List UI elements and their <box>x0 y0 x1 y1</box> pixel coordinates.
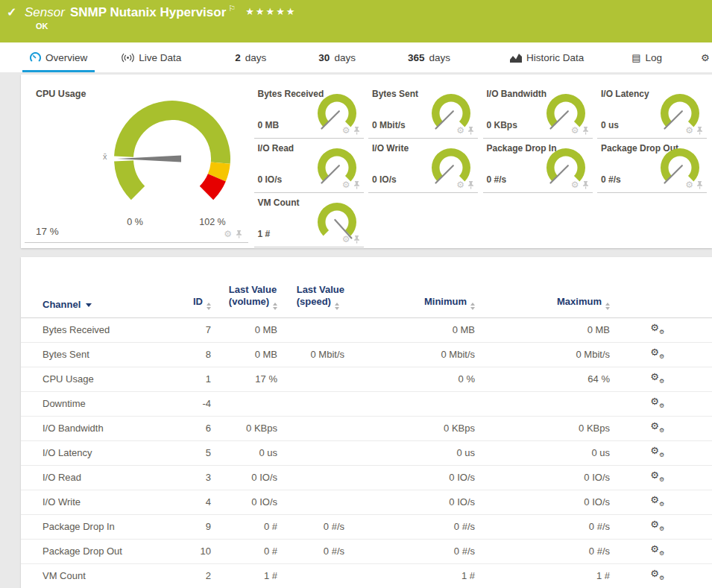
channel-name[interactable]: VM Count <box>21 570 169 581</box>
tab-log[interactable]: ▤ Log <box>623 42 671 72</box>
mini-gauge-tile-io-write[interactable]: I/O Write 0 IO/s ⚙ <box>368 138 478 193</box>
mini-gauge-tile-bytes-received[interactable]: Bytes Received 0 MB ⚙ <box>254 83 364 139</box>
channel-name[interactable]: Bytes Received <box>21 324 169 335</box>
tile-pin-icon[interactable] <box>696 126 704 135</box>
minimum-value: 0 IO/s <box>344 472 475 483</box>
table-row: Downtime -4 ⚙⚙ <box>21 392 712 417</box>
channel-name[interactable]: I/O Latency <box>21 447 169 458</box>
sort-icon <box>335 303 339 310</box>
tile-pin-icon[interactable] <box>235 230 243 238</box>
tile-pin-icon[interactable] <box>696 180 704 189</box>
sensor-title-line: SensorSNMP Nutanix Hypervisor⚐★★★★★ <box>25 4 296 20</box>
tile-gear-icon[interactable]: ⚙ <box>342 235 350 244</box>
table-row: CPU Usage 1 17 % 0 % 64 % ⚙⚙ <box>21 367 712 392</box>
tile-pin-icon[interactable] <box>353 126 361 135</box>
column-header-last-value-speed[interactable]: Last Value(speed) <box>277 284 344 310</box>
channel-name[interactable]: I/O Write <box>21 496 169 508</box>
mini-gauge-tile-bytes-sent[interactable]: Bytes Sent 0 Mbit/s ⚙ <box>368 83 478 139</box>
channel-id: 3 <box>169 472 211 483</box>
tile-pin-icon[interactable] <box>582 126 590 135</box>
tile-pin-icon[interactable] <box>353 235 361 244</box>
flag-icon[interactable]: ⚐ <box>228 4 236 13</box>
channel-name[interactable]: I/O Read <box>21 472 169 483</box>
channel-name[interactable]: Package Drop In <box>21 521 169 532</box>
tile-gear-icon[interactable]: ⚙ <box>224 230 232 238</box>
channel-id: -4 <box>169 398 211 409</box>
minimum-value: 0 KBps <box>344 423 475 434</box>
last-value-volume: 0 us <box>211 447 277 458</box>
column-header-minimum[interactable]: Minimum <box>344 296 475 310</box>
tile-gear-icon[interactable]: ⚙ <box>342 126 350 135</box>
last-value-speed: 0 Mbit/s <box>277 349 344 360</box>
column-header-channel[interactable]: Channel <box>21 299 169 310</box>
table-row: Package Drop In 9 0 # 0 #/s 0 #/s 0 #/s … <box>21 515 712 540</box>
tab-30-days-label: days <box>334 52 356 63</box>
mini-gauge-tile-io-bandwidth[interactable]: I/O Bandwidth 0 KBps ⚙ <box>483 83 593 139</box>
broadcast-icon <box>122 53 134 63</box>
tile-pin-icon[interactable] <box>467 180 475 189</box>
table-row: I/O Read 3 0 IO/s 0 IO/s 0 IO/s ⚙⚙ <box>21 466 712 490</box>
tile-gear-icon[interactable]: ⚙ <box>456 126 464 135</box>
mini-gauge-tile-io-read[interactable]: I/O Read 0 IO/s ⚙ <box>254 138 364 193</box>
tab-30-days[interactable]: 30 days <box>309 42 365 72</box>
tab-historic-data-label: Historic Data <box>526 52 584 63</box>
channel-id: 5 <box>169 447 211 458</box>
gear-icon: ⚙ <box>701 53 710 63</box>
column-header-last-value-volume[interactable]: Last Value(volume) <box>211 284 277 310</box>
mini-gauge-tile-io-latency[interactable]: I/O Latency 0 us ⚙ <box>597 83 707 139</box>
channel-name[interactable]: Downtime <box>21 398 169 409</box>
mini-gauge-value: 1 # <box>258 229 271 239</box>
tab-30-days-number: 30 <box>318 52 330 63</box>
tab-live-data-label: Live Data <box>139 52 181 63</box>
tile-pin-icon[interactable] <box>582 180 590 189</box>
channel-name[interactable]: CPU Usage <box>21 373 169 385</box>
table-header-row: Channel ID Last Value(volume) Last Value… <box>21 257 712 318</box>
tab-settings[interactable]: ⚙ Settings <box>692 42 712 72</box>
maximum-value: 0 #/s <box>475 546 610 557</box>
tile-gear-icon[interactable]: ⚙ <box>685 180 693 189</box>
tab-2-days[interactable]: 2 days <box>226 42 275 72</box>
mini-gauge-tile-package-drop-out[interactable]: Package Drop Out 0 #/s ⚙ <box>597 138 707 193</box>
gauge-segment-ok-main <box>114 101 230 164</box>
cpu-usage-gauge-tile[interactable]: CPU Usage x̄ 0 % 102 % 17 % ⚙ <box>25 83 248 243</box>
log-list-icon: ▤ <box>631 53 640 63</box>
mini-gauge-tile-vm-count[interactable]: VM Count 1 # ⚙ <box>254 192 364 247</box>
maximum-value: 0 MB <box>475 324 610 335</box>
mini-gauge-value: 0 KBps <box>487 120 517 130</box>
priority-stars[interactable]: ★★★★★ <box>245 6 296 17</box>
channel-name[interactable]: Bytes Sent <box>21 349 169 360</box>
maximum-value: 64 % <box>475 373 610 385</box>
column-header-id[interactable]: ID <box>169 296 211 310</box>
channel-id: 7 <box>169 324 211 335</box>
object-kind-label: Sensor <box>25 5 65 19</box>
last-value-volume: 0 KBps <box>211 423 277 434</box>
channel-id: 6 <box>169 423 211 434</box>
column-header-maximum[interactable]: Maximum <box>475 296 610 310</box>
tile-gear-icon[interactable]: ⚙ <box>342 180 350 189</box>
last-value-volume: 0 MB <box>211 324 277 335</box>
tab-365-days[interactable]: 365 days <box>399 42 459 72</box>
gauge-min-label: 0 % <box>113 217 157 227</box>
tile-gear-icon[interactable]: ⚙ <box>571 126 579 135</box>
tile-gear-icon[interactable]: ⚙ <box>456 180 464 189</box>
tab-live-data[interactable]: Live Data <box>113 42 190 72</box>
tab-overview[interactable]: Overview <box>21 42 96 72</box>
cpu-usage-gauge <box>109 95 236 222</box>
tile-gear-icon[interactable]: ⚙ <box>571 180 579 189</box>
tab-2-days-label: days <box>245 52 267 63</box>
channel-id: 1 <box>169 373 211 385</box>
mini-gauge-title: I/O Bandwidth <box>487 89 547 99</box>
table-row: I/O Write 4 0 IO/s 0 IO/s 0 IO/s ⚙⚙ <box>21 490 712 515</box>
mini-gauge-title: VM Count <box>258 197 300 208</box>
last-value-volume: 1 # <box>211 570 277 581</box>
mini-gauge-tile-package-drop-in[interactable]: Package Drop In 0 #/s ⚙ <box>483 138 593 193</box>
tile-pin-icon[interactable] <box>353 180 361 189</box>
tile-pin-icon[interactable] <box>467 126 475 135</box>
tab-historic-data[interactable]: Historic Data <box>501 42 593 72</box>
table-row: I/O Latency 5 0 us 0 us 0 us ⚙⚙ <box>21 441 712 466</box>
last-value-volume: 0 # <box>211 521 277 532</box>
channel-name[interactable]: Package Drop Out <box>21 546 169 557</box>
channel-name[interactable]: I/O Bandwidth <box>21 423 169 434</box>
channel-id: 2 <box>169 570 211 581</box>
tile-gear-icon[interactable]: ⚙ <box>685 126 693 135</box>
